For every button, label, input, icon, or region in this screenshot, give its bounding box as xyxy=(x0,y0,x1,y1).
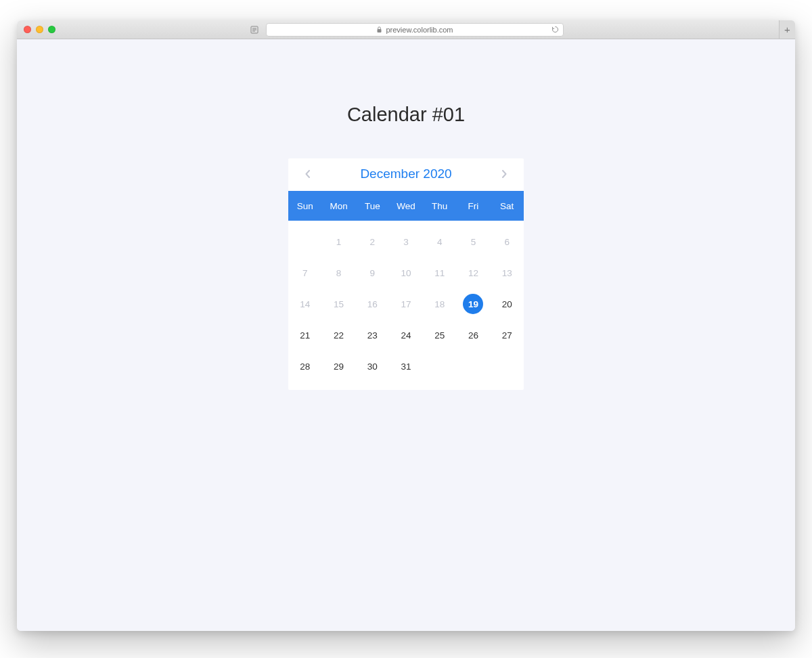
day-number: 25 xyxy=(430,325,450,345)
day-cell[interactable]: 13 xyxy=(490,257,524,288)
month-label[interactable]: December 2020 xyxy=(360,167,451,181)
day-cell[interactable]: 7 xyxy=(288,257,322,288)
day-cell[interactable]: 22 xyxy=(322,320,356,351)
day-number: 31 xyxy=(396,356,416,376)
day-cell[interactable]: 19 xyxy=(457,288,491,320)
day-number: 8 xyxy=(329,263,349,283)
day-cell[interactable]: 30 xyxy=(355,351,389,382)
title-bar: preview.colorlib.com + xyxy=(17,20,795,39)
day-cell[interactable]: 17 xyxy=(389,288,423,320)
address-area: preview.colorlib.com xyxy=(248,23,564,37)
day-number: 3 xyxy=(396,232,416,252)
day-cell[interactable]: 27 xyxy=(490,320,524,351)
browser-window: preview.colorlib.com + Calendar #01 Dece… xyxy=(17,20,795,631)
day-number: 26 xyxy=(463,325,483,345)
maximize-window-button[interactable] xyxy=(48,26,55,33)
day-number: 27 xyxy=(497,325,517,345)
day-number: 22 xyxy=(329,325,349,345)
day-number: 6 xyxy=(497,232,517,252)
day-cell[interactable]: 16 xyxy=(355,288,389,320)
day-cell[interactable]: 3 xyxy=(389,226,423,257)
day-cell[interactable]: 18 xyxy=(423,288,457,320)
day-number: 30 xyxy=(362,356,382,376)
day-cell[interactable]: 20 xyxy=(490,288,524,320)
day-number: 7 xyxy=(295,263,315,283)
day-cell[interactable]: 23 xyxy=(355,320,389,351)
day-cell[interactable]: 15 xyxy=(322,288,356,320)
weekday-header: Wed xyxy=(389,191,423,221)
day-cell[interactable]: 12 xyxy=(457,257,491,288)
window-controls xyxy=(24,26,55,33)
reader-mode-button[interactable] xyxy=(248,24,261,36)
weekday-header-row: Sun Mon Tue Wed Thu Fri Sat xyxy=(288,191,524,221)
day-number: 24 xyxy=(396,325,416,345)
weekday-header: Tue xyxy=(355,191,389,221)
day-cell[interactable]: 14 xyxy=(288,288,322,320)
calendar-header: December 2020 xyxy=(288,158,524,191)
day-cell[interactable]: 11 xyxy=(423,257,457,288)
day-number: 9 xyxy=(362,263,382,283)
day-cell[interactable]: 21 xyxy=(288,320,322,351)
day-cell[interactable]: 8 xyxy=(322,257,356,288)
address-bar[interactable]: preview.colorlib.com xyxy=(266,23,564,37)
days-grid: 1234567891011121314151617181920212223242… xyxy=(288,221,524,390)
day-number: 4 xyxy=(430,232,450,252)
day-cell[interactable]: 25 xyxy=(423,320,457,351)
day-number: 21 xyxy=(295,325,315,345)
day-number: 29 xyxy=(329,356,349,376)
next-month-button[interactable] xyxy=(499,169,510,179)
day-number: 5 xyxy=(463,232,483,252)
day-number: 28 xyxy=(295,356,315,376)
day-number xyxy=(295,232,315,252)
day-cell[interactable]: 29 xyxy=(322,351,356,382)
day-number: 17 xyxy=(396,294,416,314)
weekday-header: Sat xyxy=(490,191,524,221)
day-number: 2 xyxy=(362,232,382,252)
day-cell[interactable]: 26 xyxy=(457,320,491,351)
day-number: 16 xyxy=(362,294,382,314)
day-number: 11 xyxy=(430,263,450,283)
day-number: 23 xyxy=(362,325,382,345)
weekday-header: Thu xyxy=(423,191,457,221)
minimize-window-button[interactable] xyxy=(36,26,43,33)
day-cell[interactable]: 28 xyxy=(288,351,322,382)
day-cell[interactable]: 6 xyxy=(490,226,524,257)
day-number: 14 xyxy=(295,294,315,314)
weekday-header: Sun xyxy=(288,191,322,221)
reload-icon[interactable] xyxy=(551,26,559,33)
chevron-left-icon xyxy=(304,169,311,179)
weekday-header: Mon xyxy=(322,191,356,221)
day-number: 1 xyxy=(329,232,349,252)
day-cell[interactable]: 10 xyxy=(389,257,423,288)
day-cell[interactable]: 9 xyxy=(355,257,389,288)
day-number: 15 xyxy=(329,294,349,314)
day-number: 18 xyxy=(430,294,450,314)
day-cell[interactable]: 4 xyxy=(423,226,457,257)
svg-rect-4 xyxy=(378,29,382,32)
day-number: 13 xyxy=(497,263,517,283)
chevron-right-icon xyxy=(501,169,508,179)
day-number: 10 xyxy=(396,263,416,283)
prev-month-button[interactable] xyxy=(302,169,313,179)
day-cell[interactable]: 31 xyxy=(389,351,423,382)
day-cell[interactable]: 1 xyxy=(322,226,356,257)
day-cell[interactable]: 5 xyxy=(457,226,491,257)
day-number: 12 xyxy=(463,263,483,283)
calendar-widget: December 2020 Sun Mon Tue Wed Thu Fri Sa… xyxy=(288,158,524,390)
url-host: preview.colorlib.com xyxy=(386,26,453,34)
page-title: Calendar #01 xyxy=(347,104,465,126)
day-number: 20 xyxy=(497,294,517,314)
new-tab-button[interactable]: + xyxy=(779,20,795,39)
weekday-header: Fri xyxy=(457,191,491,221)
day-cell[interactable]: 2 xyxy=(355,226,389,257)
lock-icon xyxy=(376,26,382,33)
close-window-button[interactable] xyxy=(24,26,31,33)
page-content: Calendar #01 December 2020 Sun Mon Tue W… xyxy=(17,39,795,631)
day-number: 19 xyxy=(463,294,483,314)
day-cell[interactable]: 24 xyxy=(389,320,423,351)
day-cell xyxy=(288,226,322,257)
